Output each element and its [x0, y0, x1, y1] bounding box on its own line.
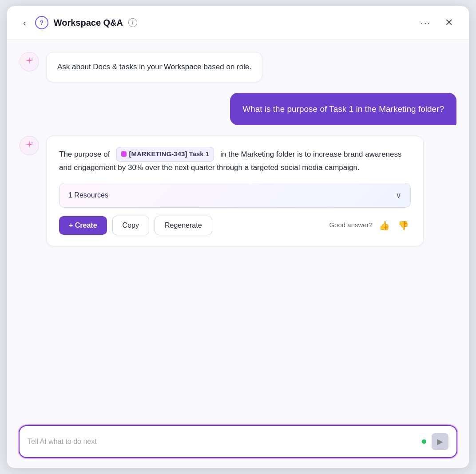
- copy-button[interactable]: Copy: [112, 216, 149, 235]
- header-right: ··· ✕: [417, 15, 456, 30]
- chevron-down-icon: ∨: [396, 190, 401, 200]
- regenerate-button[interactable]: Regenerate: [155, 216, 212, 235]
- header-title: Workspace Q&A: [54, 18, 123, 28]
- header-icon: ?: [35, 16, 48, 29]
- task-dot: [121, 151, 127, 157]
- ai-avatar: [20, 52, 39, 71]
- input-box: ▶: [20, 426, 456, 457]
- resources-label: 1 Resources: [68, 191, 108, 199]
- resources-toggle[interactable]: 1 Resources ∨: [59, 183, 411, 208]
- workspace-panel: ‹ ? Workspace Q&A ℹ ··· ✕: [7, 6, 469, 468]
- input-area: ▶: [7, 419, 469, 468]
- good-answer-area: Good answer? 👍 👎: [329, 218, 411, 233]
- user-bubble: What is the purpose of Task 1 in the Mar…: [230, 93, 456, 125]
- ai-intro-message: Ask about Docs & tasks in your Workspace…: [20, 52, 456, 82]
- task-label: [MARKETING-343] Task 1: [129, 149, 210, 160]
- user-message-text: What is the purpose of Task 1 in the Mar…: [242, 104, 444, 114]
- task-badge[interactable]: [MARKETING-343] Task 1: [116, 147, 214, 162]
- ai-response-avatar: [20, 136, 39, 155]
- ai-response: The purpose of [MARKETING-343] Task 1 in…: [20, 136, 456, 246]
- thumbs-up-button[interactable]: 👍: [377, 218, 392, 233]
- response-bubble: The purpose of [MARKETING-343] Task 1 in…: [46, 136, 424, 246]
- info-icon[interactable]: ℹ: [128, 18, 137, 27]
- ai-input[interactable]: [28, 438, 416, 446]
- create-button[interactable]: + Create: [59, 216, 107, 235]
- send-icon: ▶: [437, 437, 443, 446]
- response-post-text: in the Marketing folder is to increase b…: [59, 150, 402, 171]
- sparkle-icon-2: [24, 139, 35, 152]
- chat-area: Ask about Docs & tasks in your Workspace…: [7, 40, 469, 419]
- user-message-wrap: What is the purpose of Task 1 in the Mar…: [20, 93, 456, 125]
- header: ‹ ? Workspace Q&A ℹ ··· ✕: [7, 6, 469, 40]
- back-button[interactable]: ‹: [20, 16, 30, 30]
- sparkle-icon: [24, 55, 35, 68]
- send-button[interactable]: ▶: [432, 433, 448, 450]
- header-left: ‹ ? Workspace Q&A ℹ: [20, 16, 417, 30]
- resources-section: 1 Resources ∨: [59, 183, 411, 208]
- intro-bubble: Ask about Docs & tasks in your Workspace…: [46, 52, 262, 82]
- good-answer-label: Good answer?: [329, 220, 373, 231]
- action-row: + Create Copy Regenerate Good answer? 👍 …: [59, 216, 411, 235]
- close-button[interactable]: ✕: [441, 15, 456, 30]
- thumbs-down-button[interactable]: 👎: [396, 218, 411, 233]
- more-button[interactable]: ···: [417, 16, 434, 30]
- intro-text: Ask about Docs & tasks in your Workspace…: [57, 63, 251, 71]
- status-dot: [422, 439, 426, 444]
- response-pre-text: The purpose of: [59, 150, 110, 158]
